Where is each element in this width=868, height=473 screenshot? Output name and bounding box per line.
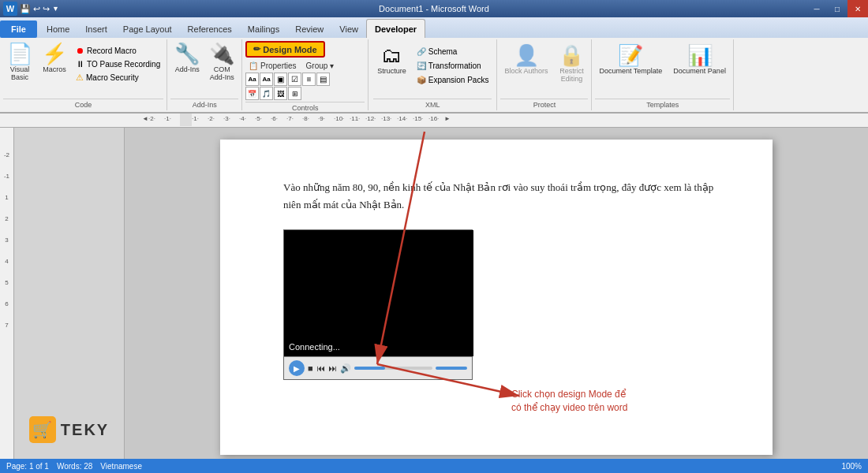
structure-btn[interactable]: 🗂 Structure (373, 43, 410, 77)
ctrl-icon-check[interactable]: ☑ (288, 73, 301, 86)
progress-bar[interactable] (354, 367, 432, 370)
record-icon: ⏺ (76, 46, 84, 55)
macros-icon: ⚡ (42, 43, 67, 64)
properties-btn[interactable]: 📋 Properties (245, 61, 299, 71)
schema-btn[interactable]: 🔗 Schema (413, 46, 492, 58)
video-controls[interactable]: ▶ ■ ⏮ ⏭ 🔊 (284, 356, 472, 379)
window-title: Document1 - Microsoft Word (379, 4, 489, 13)
ctrl-icon-list[interactable]: ≡ (302, 73, 316, 86)
video-screen: Connecting... (284, 230, 473, 356)
main-area: -2-11234567 🛒 TEKY Vào những năm 80, 90,… (0, 128, 868, 459)
language: Vietnamese (100, 462, 142, 471)
ctrl-icon-img[interactable]: 🖼 (274, 87, 287, 100)
maximize-btn[interactable]: □ (827, 0, 847, 17)
volume-btn[interactable]: 🔊 (340, 363, 351, 374)
macro-security-label: Macro Security (86, 73, 139, 82)
ribbon-group-protect: 👤 Block Authors 🔒 RestrictEditing Protec… (497, 39, 592, 110)
play-btn[interactable]: ▶ (289, 360, 305, 376)
code-group-label: Code (3, 99, 163, 109)
redo-quick-btn[interactable]: ↪ (43, 4, 50, 14)
page-count: Page: 1 of 1 (6, 462, 49, 471)
restrict-editing-btn[interactable]: 🔒 RestrictEditing (555, 43, 588, 85)
add-ins-btn[interactable]: 🔧 Add-Ins (170, 41, 204, 76)
ctrl-icon-combo[interactable]: ▤ (316, 73, 330, 86)
structure-label: Structure (377, 67, 406, 75)
ctrl-icon-aa2[interactable]: Aa (260, 73, 273, 86)
word-count: Words: 28 (57, 462, 92, 471)
zoom-level: 100% (841, 462, 862, 471)
ribbon-group-code: 📄 VisualBasic ⚡ Macros ⏺ Record Macro ⏸ … (0, 39, 167, 110)
document-panel-btn[interactable]: 📊 Document Panel (669, 43, 730, 77)
macro-col: ⏺ Record Macro ⏸ TO Pause Recording ⚠ Ma… (73, 41, 163, 84)
com-add-ins-btn[interactable]: 🔌 COMAdd-Ins (205, 41, 238, 84)
design-mode-btn[interactable]: ✏ Design Mode (245, 41, 324, 58)
schema-icon: 🔗 (417, 47, 426, 56)
sidebar: 🛒 TEKY (14, 128, 125, 459)
close-btn[interactable]: ✕ (847, 0, 868, 17)
structure-icon: 🗂 (381, 45, 402, 65)
document-panel-icon: 📊 (687, 45, 713, 65)
ruler: ◄ ·2· ·1· ·1· ·2· ·3· ·4· ·5· ·6· ·7· ·8… (0, 114, 868, 128)
visual-basic-icon: 📄 (7, 43, 32, 64)
left-ruler: -2-11234567 (0, 128, 14, 459)
tab-file[interactable]: File (0, 20, 37, 38)
tab-home[interactable]: Home (39, 20, 77, 38)
com-add-ins-icon: 🔌 (209, 43, 234, 64)
group-label: Group ▾ (306, 61, 335, 70)
prev-btn[interactable]: ⏮ (316, 363, 325, 373)
save-quick-btn[interactable]: 💾 (20, 4, 31, 14)
design-mode-label: Design Mode (263, 45, 316, 54)
ctrl-icon-date[interactable]: 📅 (245, 87, 259, 100)
block-authors-icon: 👤 (514, 45, 539, 65)
ctrl-icon-box[interactable]: ▣ (274, 73, 287, 86)
ribbon-group-controls: ✏ Design Mode 📋 Properties Group ▾ Aa Aa… (242, 39, 369, 110)
templates-group-label: Templates (595, 99, 729, 109)
pause-recording-btn[interactable]: ⏸ TO Pause Recording (73, 58, 163, 70)
document-area: Vào những năm 80, 90, nền kinh tế của Nh… (125, 128, 868, 459)
progress-fill (354, 367, 386, 370)
volume-bar[interactable] (436, 367, 467, 370)
document-panel-label: Document Panel (673, 67, 726, 75)
transformation-btn[interactable]: 🔄 Transformation (413, 60, 492, 72)
ctrl-icon-aa1[interactable]: Aa (245, 73, 259, 86)
teky-logo: 🛒 TEKY (29, 416, 109, 443)
visual-basic-btn[interactable]: 📄 VisualBasic (3, 41, 36, 84)
schema-label: Schema (428, 47, 458, 56)
record-macro-label: Record Macro (87, 47, 137, 55)
ribbon-body: 📄 VisualBasic ⚡ Macros ⏺ Record Macro ⏸ … (0, 38, 868, 114)
tab-view[interactable]: View (331, 20, 366, 38)
document-text: Vào những năm 80, 90, nền kinh tế của Nh… (283, 179, 725, 214)
design-mode-icon: ✏ (253, 44, 260, 54)
addins-group-label: Add-Ins (170, 99, 238, 109)
block-authors-label: Block Authors (504, 67, 548, 75)
expansion-packs-btn[interactable]: 📦 Expansion Packs (413, 74, 492, 86)
minimize-btn[interactable]: ─ (806, 0, 827, 17)
block-authors-btn[interactable]: 👤 Block Authors (500, 43, 552, 77)
tab-references[interactable]: References (180, 20, 240, 38)
ctrl-icon-extra[interactable]: ⊞ (288, 87, 301, 100)
record-macro-btn[interactable]: ⏺ Record Macro (73, 44, 163, 57)
tab-review[interactable]: Review (287, 20, 331, 38)
properties-label: Properties (260, 61, 297, 70)
group-btn[interactable]: Group ▾ (303, 61, 338, 71)
status-bar: Page: 1 of 1 Words: 28 Vietnamese 100% (0, 459, 868, 473)
stop-btn[interactable]: ■ (308, 363, 313, 373)
tab-developer[interactable]: Developer (366, 19, 425, 38)
macro-security-btn[interactable]: ⚠ Macro Security (73, 71, 163, 84)
visual-basic-label: VisualBasic (10, 65, 29, 81)
word-logo: W (3, 2, 17, 16)
video-player[interactable]: Connecting... ▶ ■ ⏮ ⏭ 🔊 (283, 229, 473, 380)
undo-quick-btn[interactable]: ↩ (33, 4, 40, 14)
protect-group-label: Protect (500, 99, 588, 109)
tab-page-layout[interactable]: Page Layout (115, 20, 180, 38)
tab-mailings[interactable]: Mailings (240, 20, 287, 38)
document-template-btn[interactable]: 📝 Document Template (595, 43, 666, 77)
macros-btn[interactable]: ⚡ Macros (38, 41, 71, 76)
tab-insert[interactable]: Insert (77, 20, 115, 38)
qa-dropdown[interactable]: ▼ (52, 5, 59, 13)
teky-logo-text: TEKY (61, 421, 109, 439)
security-icon: ⚠ (76, 73, 84, 83)
ctrl-icon-media[interactable]: 🎵 (260, 87, 273, 100)
expansion-label: Expansion Packs (428, 76, 489, 84)
next-btn[interactable]: ⏭ (328, 363, 337, 373)
